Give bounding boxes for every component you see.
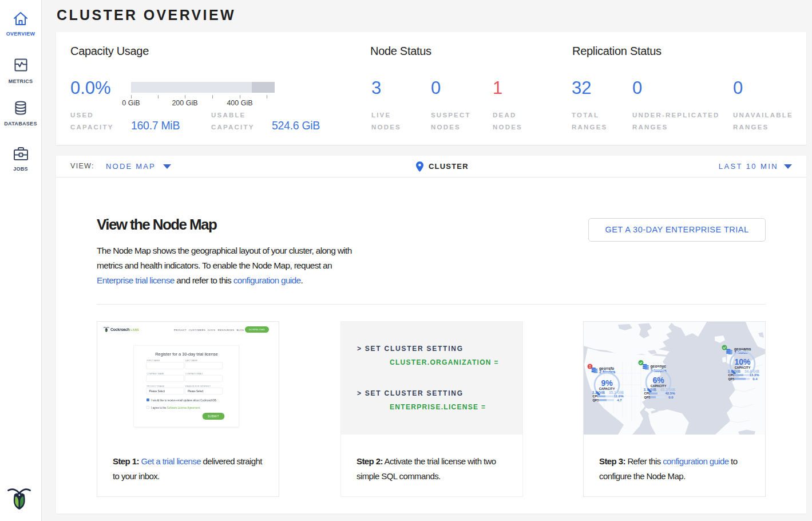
svg-text:4.7: 4.7 [617, 398, 622, 402]
svg-text:3.6 GiB: 3.6 GiB [728, 369, 741, 373]
svg-text:13.3%: 13.3% [749, 373, 759, 377]
svg-text:6%: 6% [652, 376, 664, 385]
svg-text:9%: 9% [601, 378, 613, 388]
svg-text:0.0: 0.0 [668, 396, 674, 399]
svg-text:0.4: 0.4 [752, 377, 758, 381]
svg-text:QPS: QPS [593, 398, 600, 402]
svg-text:11.0%: 11.0% [614, 394, 624, 398]
svg-text:3.2 GiB: 3.2 GiB [592, 390, 605, 394]
svg-text:QPS: QPS [728, 377, 735, 381]
svg-text:34.4 GiB: 34.4 GiB [744, 369, 759, 373]
svg-text:43.7 GiB: 43.7 GiB [660, 388, 675, 392]
svg-text:42.5%: 42.5% [665, 392, 675, 395]
svg-text:3.7 GiB: 3.7 GiB [644, 388, 657, 392]
svg-text:CPU: CPU [644, 392, 651, 395]
svg-text:10%: 10% [734, 357, 751, 366]
svg-text:35.1 GiB: 35.1 GiB [609, 390, 624, 394]
svg-text:CPU: CPU [728, 373, 735, 377]
svg-text:QPS: QPS [644, 396, 651, 399]
svg-text:CPU: CPU [593, 394, 600, 398]
